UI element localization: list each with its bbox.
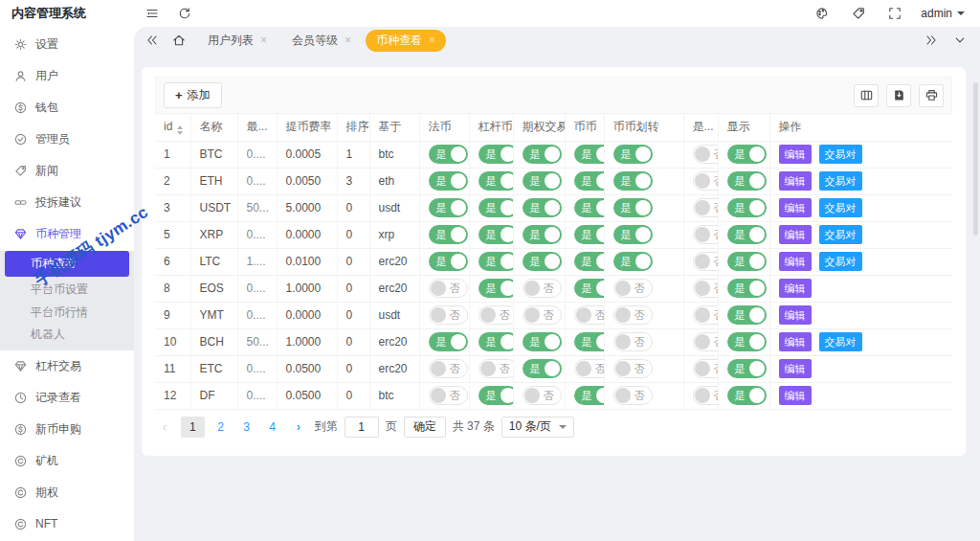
toggle-off[interactable]: 否 xyxy=(479,359,514,378)
tab-coin-view[interactable]: 币种查看× xyxy=(366,30,446,52)
toggle-on[interactable]: 是 xyxy=(574,332,605,351)
refresh-icon[interactable] xyxy=(178,7,191,20)
tab-close-icon[interactable]: × xyxy=(429,34,435,46)
sidebar-item-nft[interactable]: NFT xyxy=(0,508,134,540)
sidebar-subitem-platform-coin-settings[interactable]: 平台币设置 xyxy=(0,279,134,302)
page-next-icon[interactable]: › xyxy=(289,417,308,438)
tab-member-level[interactable]: 会员等级× xyxy=(281,30,362,52)
sidebar-item-settings[interactable]: 设置 xyxy=(0,29,134,60)
toggle-off[interactable]: 否 xyxy=(523,305,562,325)
toggle-on[interactable]: 是 xyxy=(523,145,562,164)
sidebar-item-news[interactable]: 新闻 xyxy=(0,155,134,187)
page-prev-icon[interactable]: ‹ xyxy=(155,417,174,438)
sidebar-item-wallet[interactable]: 钱包 xyxy=(0,92,134,124)
edit-button[interactable]: 编辑 xyxy=(779,252,812,271)
toggle-on[interactable]: 是 xyxy=(429,332,468,351)
sidebar-subitem-coin-view[interactable]: 币种查看 xyxy=(5,251,129,277)
toggle-on[interactable]: 是 xyxy=(429,198,468,217)
toggle-on[interactable]: 是 xyxy=(574,386,605,405)
toggle-on[interactable]: 是 xyxy=(479,145,514,164)
toggle-on[interactable]: 是 xyxy=(523,225,562,244)
toggle-on[interactable]: 是 xyxy=(523,171,562,191)
sidebar-item-new-coin-subscribe[interactable]: 新币申购 xyxy=(0,414,134,445)
toggle-off[interactable]: 否 xyxy=(693,386,719,405)
toggle-off[interactable]: 否 xyxy=(693,198,719,217)
toggle-off[interactable]: 否 xyxy=(693,332,719,351)
trade-pair-button[interactable]: 交易对 xyxy=(819,332,862,351)
toggle-on[interactable]: 是 xyxy=(523,252,562,271)
tab-user-list[interactable]: 用户列表× xyxy=(197,30,278,52)
toggle-off[interactable]: 否 xyxy=(693,225,719,244)
chevron-down-icon[interactable] xyxy=(953,34,967,47)
sort-icon[interactable] xyxy=(177,125,183,135)
toggle-off[interactable]: 否 xyxy=(693,305,719,325)
edit-button[interactable]: 编辑 xyxy=(779,225,812,244)
toggle-on[interactable]: 是 xyxy=(429,252,468,271)
chevrons-left-icon[interactable] xyxy=(145,34,159,47)
toggle-off[interactable]: 否 xyxy=(429,305,468,325)
toggle-off[interactable]: 否 xyxy=(693,145,719,164)
toggle-on[interactable]: 是 xyxy=(479,279,514,298)
print-button[interactable] xyxy=(919,84,944,107)
edit-button[interactable]: 编辑 xyxy=(779,279,812,298)
trade-pair-button[interactable]: 交易对 xyxy=(819,225,862,244)
edit-button[interactable]: 编辑 xyxy=(779,145,812,164)
toggle-on[interactable]: 是 xyxy=(574,145,605,164)
sidebar-item-margin-trade[interactable]: 杠杆交易 xyxy=(0,350,134,382)
toggle-on[interactable]: 是 xyxy=(429,171,468,191)
toggle-on[interactable]: 是 xyxy=(727,225,767,244)
toggle-off[interactable]: 否 xyxy=(613,279,653,298)
trade-pair-button[interactable]: 交易对 xyxy=(819,171,862,191)
toggle-on[interactable]: 是 xyxy=(429,225,468,244)
toggle-off[interactable]: 否 xyxy=(429,359,468,378)
menu-lines-icon[interactable] xyxy=(145,7,159,20)
toggle-off[interactable]: 否 xyxy=(479,305,514,325)
chevrons-right-icon[interactable] xyxy=(924,34,938,47)
scrollbar[interactable] xyxy=(973,82,978,236)
edit-button[interactable]: 编辑 xyxy=(779,359,812,378)
toggle-on[interactable]: 是 xyxy=(574,171,605,191)
trade-pair-button[interactable]: 交易对 xyxy=(819,145,862,164)
edit-button[interactable]: 编辑 xyxy=(779,305,812,325)
confirm-button[interactable]: 确定 xyxy=(404,417,446,438)
palette-icon[interactable] xyxy=(815,7,829,20)
home-icon[interactable] xyxy=(172,34,186,47)
toggle-on[interactable]: 是 xyxy=(727,252,767,271)
tag-icon[interactable] xyxy=(852,7,865,20)
toggle-on[interactable]: 是 xyxy=(479,225,514,244)
toggle-on[interactable]: 是 xyxy=(479,171,514,191)
toggle-on[interactable]: 是 xyxy=(479,252,514,271)
toggle-off[interactable]: 否 xyxy=(574,359,605,378)
tab-close-icon[interactable]: × xyxy=(260,34,267,46)
edit-button[interactable]: 编辑 xyxy=(779,332,812,351)
trade-pair-button[interactable]: 交易对 xyxy=(819,252,862,271)
page-size-select[interactable]: 10 条/页 xyxy=(501,417,574,438)
toggle-on[interactable]: 是 xyxy=(613,225,653,244)
toggle-off[interactable]: 否 xyxy=(613,332,653,351)
toggle-off[interactable]: 否 xyxy=(613,386,653,405)
edit-button[interactable]: 编辑 xyxy=(779,386,812,405)
sidebar-subitem-robot[interactable]: 机器人 xyxy=(0,324,134,347)
toggle-on[interactable]: 是 xyxy=(727,305,767,325)
toggle-on[interactable]: 是 xyxy=(523,198,562,217)
page-button-4[interactable]: 4 xyxy=(263,417,282,438)
toggle-on[interactable]: 是 xyxy=(727,171,767,191)
toggle-off[interactable]: 否 xyxy=(429,386,468,405)
toggle-off[interactable]: 否 xyxy=(693,171,719,191)
sidebar-item-miner[interactable]: 矿机 xyxy=(0,445,134,477)
toggle-off[interactable]: 否 xyxy=(574,305,605,325)
toggle-off[interactable]: 否 xyxy=(693,359,719,378)
user-menu[interactable]: admin xyxy=(921,7,965,20)
toggle-off[interactable]: 否 xyxy=(429,279,468,298)
toggle-on[interactable]: 是 xyxy=(727,359,767,378)
edit-button[interactable]: 编辑 xyxy=(779,198,812,217)
toggle-on[interactable]: 是 xyxy=(727,198,767,217)
page-button-1[interactable]: 1 xyxy=(181,417,205,438)
toggle-on[interactable]: 是 xyxy=(523,332,562,351)
fullscreen-icon[interactable] xyxy=(888,7,902,20)
toggle-on[interactable]: 是 xyxy=(727,279,767,298)
toggle-on[interactable]: 是 xyxy=(727,332,767,351)
toggle-on[interactable]: 是 xyxy=(574,198,605,217)
page-button-3[interactable]: 3 xyxy=(237,417,256,438)
toggle-off[interactable]: 否 xyxy=(693,279,719,298)
